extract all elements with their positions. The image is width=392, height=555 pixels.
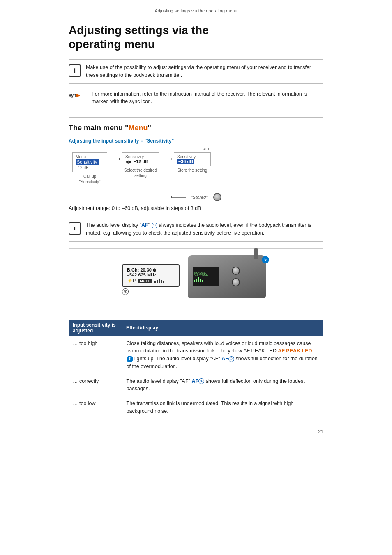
svg-marker-1 <box>119 157 120 161</box>
sensitivity-table: Input sensitivity is adjusted... Effect/… <box>69 320 323 419</box>
diag-section-1: Menu Sensitivity –12 dB Call up "Sensiti… <box>72 152 107 184</box>
circle-1-icon: ① <box>122 288 129 295</box>
device-knob-1 <box>232 267 240 275</box>
receiver-display: B.Ch: 20.30 ψ –542.625 MHz ⚡P MUTE <box>122 264 180 287</box>
page-header: Adjusting settings via the operating men… <box>69 8 323 16</box>
condition-correctly: … correctly <box>69 374 122 396</box>
section-divider-1 <box>69 117 323 118</box>
effect-too-high: Close talking distances, speakers with l… <box>122 336 323 374</box>
effect-too-low: The transmission link is undermodulated.… <box>122 396 323 419</box>
page-title: Adjusting settings via the operating men… <box>69 23 323 51</box>
svg-marker-3 <box>171 157 172 161</box>
receiver-illustration: B.Ch:20.30 542.625MHz <box>188 255 270 304</box>
svg-marker-5 <box>171 196 172 199</box>
diag-section-2: Sensitivity ◀▶ –12 dB Select the desired… <box>122 152 159 178</box>
diag-box-menu: Menu Sensitivity –12 dB <box>72 152 107 172</box>
condition-too-high: … too high <box>69 336 122 374</box>
adjustment-range: Adjustment range: 0 to –60 dB, adjustabl… <box>69 205 323 211</box>
page-number: 21 <box>69 429 323 435</box>
arrow-1 <box>107 156 122 162</box>
sensitivity-diagram: Menu Sensitivity –12 dB Call up "Sensiti… <box>69 148 323 188</box>
device-diagram: B.Ch: 20.30 ψ –542.625 MHz ⚡P MUTE ① <box>69 248 323 311</box>
table-row-too-low: … too low The transmission link is under… <box>69 396 323 419</box>
receiver-display-panel: B.Ch: 20.30 ψ –542.625 MHz ⚡P MUTE ① <box>122 264 180 295</box>
diag-box-sensitivity-store: SET Sensitivity –36 dB <box>174 152 211 166</box>
table-row-correctly: … correctly The audio level display "AF"… <box>69 374 323 396</box>
effect-correctly: The audio level display "AF" AF① shows f… <box>122 374 323 396</box>
arrow-2 <box>159 156 174 162</box>
condition-too-low: … too low <box>69 396 122 419</box>
table-header-effect: Effect/display <box>122 320 323 336</box>
info-icon-1: i <box>69 64 81 77</box>
af-bars <box>154 279 164 283</box>
knob-icon <box>213 193 221 201</box>
info-box-sync: syn▶ For more information, refer to the … <box>69 88 323 111</box>
diag-box-sensitivity-select: Sensitivity ◀▶ –12 dB <box>122 152 159 166</box>
sensitivity-subtitle: Adjusting the input sensitivity – "Sensi… <box>69 138 323 144</box>
info-icon-2: i <box>69 222 81 235</box>
circle-5-badge-1: 5 <box>127 356 133 362</box>
device-badge-5: 5 <box>262 256 269 263</box>
audio-info-box: i The audio level display "AF" ① always … <box>69 217 323 242</box>
sync-icon: syn▶ <box>69 92 87 98</box>
table-row-too-high: … too high Close talking distances, spea… <box>69 336 323 374</box>
info-box-1: i Make use of the possibility to adjust … <box>69 59 323 84</box>
diag-section-3: SET Sensitivity –36 dB Store the setting <box>174 152 211 173</box>
device-antenna <box>254 248 258 259</box>
table-header-condition: Input sensitivity is adjusted... <box>69 320 122 336</box>
main-menu-title: The main menu "Menu" <box>69 124 323 132</box>
stored-row: "Stored" <box>69 193 323 201</box>
device-screen: B.Ch:20.30 542.625MHz <box>193 267 219 286</box>
device-knob-2 <box>232 278 240 286</box>
